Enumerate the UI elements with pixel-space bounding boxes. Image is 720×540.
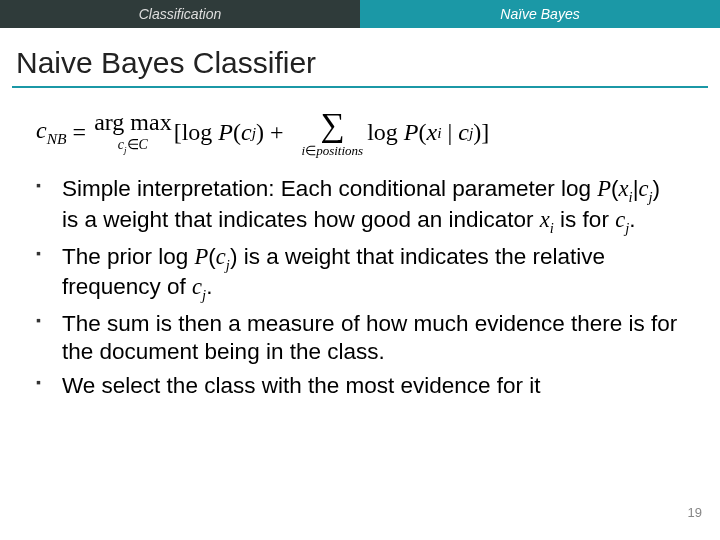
bullet-item: Simple interpretation: Each conditional … (62, 175, 680, 237)
bullet-text: The prior log (62, 244, 195, 269)
bullet-list: Simple interpretation: Each conditional … (0, 167, 720, 401)
bullet-text: Simple interpretation: Each conditional … (62, 176, 597, 201)
header-left-cell: Classification (0, 0, 360, 28)
header-left-text: Classification (139, 6, 221, 22)
bullet-item: The prior log P(cj) is a weight that ind… (62, 243, 680, 305)
formula-block: cNB = arg max cj∈C [log P(cj) + ∑ i∈posi… (0, 94, 720, 167)
page-number: 19 (688, 505, 702, 520)
math-inline: P (597, 176, 611, 201)
slide-title: Naive Bayes Classifier (0, 28, 720, 86)
header-right-text: Naïve Bayes (500, 6, 579, 22)
bullet-item: We select the class with the most eviden… (62, 372, 680, 400)
bullet-text: The sum is then a measure of how much ev… (62, 311, 677, 364)
slide-header: Classification Naïve Bayes (0, 0, 720, 28)
math-inline: P (195, 244, 209, 269)
bullet-text: We select the class with the most eviden… (62, 373, 541, 398)
bullet-item: The sum is then a measure of how much ev… (62, 310, 680, 366)
title-rule (12, 86, 708, 88)
formula: cNB = arg max cj∈C [log P(cj) + ∑ i∈posi… (36, 108, 489, 157)
header-right-cell: Naïve Bayes (360, 0, 720, 28)
